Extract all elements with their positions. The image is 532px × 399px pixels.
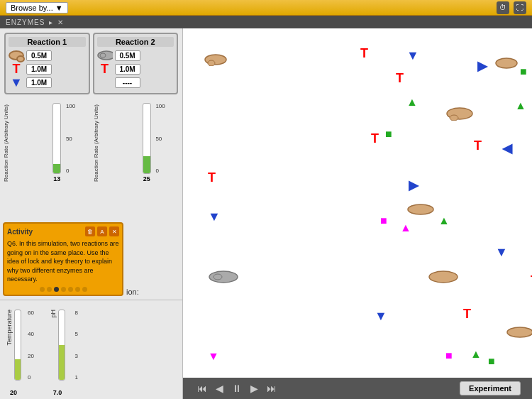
mol-blue-8: ▶ [409,177,419,193]
mol-tan-1 [204,53,227,68]
reaction2-sub2-conc: ---- [115,77,140,88]
reaction1-sub2-icon: ▼ [9,77,24,88]
top-bar-right: ⏱ ⛶ [497,1,526,14]
ph-track[interactable] [58,310,65,381]
mol-blue-12: ▼ [375,309,387,324]
reaction2-enzyme-row: 0.5M [97,50,174,61]
mol-magenta-1: ■ [380,214,387,227]
reaction1-box: Reaction 1 0.5M T 1.0M [4,33,90,94]
temp-fill [15,359,21,380]
mol-green-1: ■ [385,128,392,141]
reaction1-title: Reaction 1 [9,37,86,47]
svg-point-4 [496,58,517,68]
sub-icon-1[interactable]: ▸ [49,18,53,26]
mol-green-7: ▲ [438,214,450,227]
blue-arrow-icon: ▼ [10,75,23,90]
dot-7[interactable] [82,287,87,292]
reaction1-sub1-conc: 1.0M [26,64,52,75]
dot-5[interactable] [68,287,73,292]
activity-title: Activity [7,228,33,236]
reaction1-enzyme-conc: 0.5M [26,50,52,61]
reaction2-rate-value: 25 [143,175,150,182]
ph-label: pH [50,310,57,318]
reaction1-sub1-icon: T [9,63,24,75]
mol-green-8: ▲ [470,348,482,361]
reaction2-scale: 100 50 0 [155,103,165,174]
dot-1[interactable] [40,287,45,292]
dot-2[interactable] [47,287,52,292]
dot-6[interactable] [75,287,80,292]
reaction1-rate-block: Reaction Rate (Arbitrary Units) 100 50 0… [4,97,89,190]
mol-red-5: T [474,138,482,153]
fullscreen-icon[interactable]: ⛶ [514,1,526,14]
reaction2-sub1-conc: 1.0M [115,64,140,75]
reaction2-sub1-icon: T [97,63,113,75]
playback-bar: ⏮ ◀ ⏸ ▶ ⏭ Experiment [183,378,532,399]
reaction2-rate-track[interactable] [143,103,151,174]
mol-red-13: T [463,307,471,322]
mol-green-3: ■ [520,65,527,78]
temp-scale: 60 40 20 0 [28,310,34,381]
svg-point-6 [450,115,458,121]
mol-tan-7 [506,325,532,341]
rewind-button[interactable]: ⏮ [194,381,210,395]
reaction1-rate-value: 13 [53,175,60,182]
mol-green-9: ■ [488,355,495,368]
mol-magenta-2: ▲ [400,222,411,234]
browse-dropdown[interactable]: Browse by... ▼ [6,2,68,13]
reaction1-rate-label: Reaction Rate (Arbitrary Units) [3,97,9,190]
experiment-button[interactable]: Experiment [460,381,521,395]
mol-red-1: T [360,46,368,61]
svg-point-1 [100,53,106,58]
activity-header: Activity 🗑 A ✕ [7,226,119,236]
mol-gray-5 [208,270,239,286]
forward-button[interactable]: ▶ [248,381,261,395]
back-button[interactable]: ◀ [213,381,226,395]
pause-button[interactable]: ⏸ [229,381,245,395]
ph-scale: 8 5 3 1 [75,310,78,381]
close-icon[interactable]: ✕ [109,226,119,236]
reaction1-rate-fill [53,164,60,173]
reaction1-sub2-conc: 1.0M [26,77,52,88]
reaction2-sub2-icon [97,77,113,88]
text-icon[interactable]: A [97,226,107,236]
temp-track[interactable] [14,310,21,381]
main-container: Reaction 1 0.5M T 1.0M [0,28,532,399]
fastforward-button[interactable]: ⏭ [264,381,279,395]
mol-red-9: T [208,170,216,185]
activity-dots [7,287,119,292]
reaction2-rate-label: Reaction Rate (Arbitrary Units) [93,97,99,190]
chevron-down-icon: ▼ [55,4,63,12]
red-t2-icon: T [101,62,109,77]
mol-tan-2 [495,57,518,72]
ph-slider-group: pH 8 5 3 1 7.0 [50,310,65,396]
ion-text: ion: [126,288,139,296]
mol-green-2: ▲ [406,96,418,109]
temp-value: 20 [10,389,17,396]
playback-controls: ⏮ ◀ ⏸ ▶ ⏭ [194,381,279,395]
mol-green-4: ▲ [515,99,526,112]
enzyme2-shape [97,50,113,61]
rate-section: Reaction Rate (Arbitrary Units) 100 50 0… [0,97,182,190]
temp-label: Temperature [6,310,13,346]
svg-point-18 [214,274,222,280]
svg-point-3 [208,60,215,66]
mol-tan-5 [406,202,435,219]
clock-icon[interactable]: ⏱ [497,1,509,14]
mol-blue-7: ▼ [208,209,221,224]
sub-icon-2[interactable]: ✕ [57,18,64,26]
ph-value: 7.0 [53,389,62,396]
svg-point-8 [408,204,433,214]
reactions-row: Reaction 1 0.5M T 1.0M [0,28,182,97]
trash-icon[interactable]: 🗑 [85,226,95,236]
ph-fill [59,345,65,380]
svg-point-9 [429,271,458,283]
reaction2-enzyme-conc: 0.5M [115,50,140,61]
left-panel: Reaction 1 0.5M T 1.0M [0,28,183,399]
top-bar: Browse by... ▼ ⏱ ⛶ [0,0,532,16]
dot-4[interactable] [61,287,66,292]
reaction2-rate-fill [143,156,150,174]
dot-3[interactable] [54,287,59,292]
reaction1-rate-track[interactable] [52,103,61,174]
mol-tan-3 [445,106,474,123]
